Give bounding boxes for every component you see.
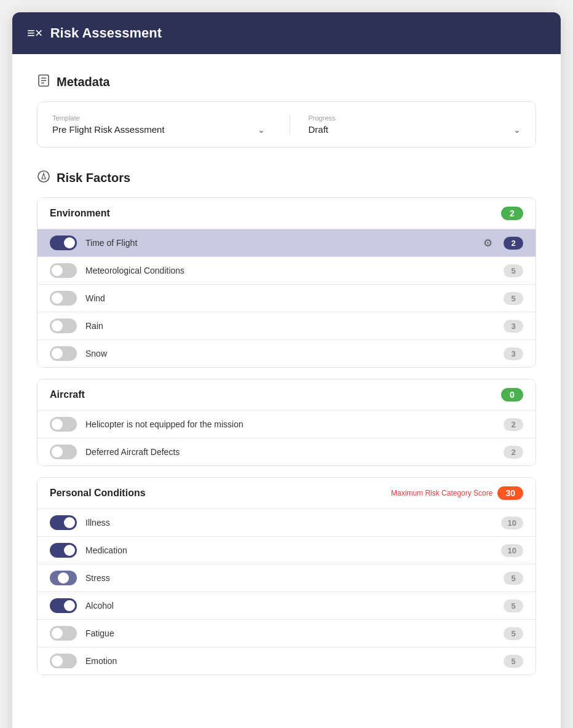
medication-label: Medication: [85, 545, 492, 555]
time-of-flight-gear-icon[interactable]: ⚙: [483, 237, 492, 250]
illness-label: Illness: [85, 518, 492, 528]
personal-conditions-card: Personal Conditions Maximum Risk Categor…: [37, 477, 536, 675]
fatigue-label: Fatigue: [85, 628, 495, 638]
time-of-flight-label: Time of Flight: [85, 238, 475, 248]
environment-card: Environment 2 Time of Flight ⚙ 2: [37, 197, 536, 368]
deferred-defects-score: 2: [504, 446, 523, 459]
environment-title: Environment: [50, 208, 110, 219]
wind-label: Wind: [85, 293, 495, 303]
medication-score: 10: [501, 544, 523, 557]
risk-factors-section-header: Risk Factors: [37, 170, 536, 186]
meteorological-label: Meteorological Conditions: [85, 266, 495, 275]
rain-toggle[interactable]: [50, 318, 77, 333]
metadata-section-title: Metadata: [57, 75, 110, 89]
max-risk-label: Maximum Risk Category Score: [391, 489, 492, 497]
alcohol-row[interactable]: Alcohol 5: [38, 592, 535, 619]
emotion-score: 5: [504, 655, 523, 668]
meteorological-row[interactable]: Meteorological Conditions 5: [38, 256, 535, 284]
wind-toggle[interactable]: [50, 291, 77, 306]
risk-factors-section-title: Risk Factors: [57, 171, 130, 185]
emotion-row[interactable]: Emotion 5: [38, 647, 535, 675]
template-value: Pre Flight Risk Assessment: [52, 124, 165, 135]
deferred-defects-row[interactable]: Deferred Aircraft Defects 2: [38, 438, 535, 465]
emotion-label: Emotion: [85, 656, 495, 666]
rain-row[interactable]: Rain 3: [38, 312, 535, 339]
meteorological-score: 5: [504, 264, 523, 277]
app-header-title: Risk Assessment: [50, 25, 162, 41]
time-of-flight-toggle[interactable]: [50, 235, 77, 250]
illness-toggle[interactable]: [50, 515, 77, 530]
alcohol-label: Alcohol: [85, 601, 495, 611]
aircraft-card: Aircraft 0 Helicopter is not equipped fo…: [37, 379, 536, 466]
metadata-fields: Template Pre Flight Risk Assessment ⌄ Pr…: [52, 114, 521, 135]
risk-factors-icon: [37, 170, 50, 186]
progress-label: Progress: [309, 114, 521, 122]
progress-field[interactable]: Progress Draft ⌄: [290, 114, 521, 135]
template-label: Template: [52, 114, 265, 122]
progress-value: Draft: [309, 124, 329, 135]
template-field[interactable]: Template Pre Flight Risk Assessment ⌄: [52, 114, 265, 135]
deferred-defects-label: Deferred Aircraft Defects: [85, 447, 495, 457]
illness-row[interactable]: Illness 10: [38, 508, 535, 536]
progress-value-row: Draft ⌄: [309, 124, 521, 135]
helicopter-toggle[interactable]: [50, 417, 77, 432]
stress-toggle[interactable]: [50, 571, 77, 585]
main-content: Metadata Template Pre Flight Risk Assess…: [12, 54, 561, 707]
stress-label: Stress: [85, 573, 495, 583]
template-chevron-icon: ⌄: [258, 125, 265, 135]
rain-score: 3: [504, 320, 523, 333]
svg-marker-5: [42, 173, 45, 179]
alcohol-toggle[interactable]: [50, 598, 77, 613]
risk-factors-section: Risk Factors Environment 2 Time of Fligh…: [37, 170, 536, 675]
rain-label: Rain: [85, 321, 495, 331]
snow-label: Snow: [85, 349, 495, 358]
fatigue-score: 5: [504, 627, 523, 640]
snow-toggle[interactable]: [50, 346, 77, 361]
alcohol-score: 5: [504, 599, 523, 612]
snow-row[interactable]: Snow 3: [38, 339, 535, 367]
wind-score: 5: [504, 292, 523, 305]
stress-score: 5: [504, 572, 523, 585]
deferred-defects-toggle[interactable]: [50, 445, 77, 459]
time-of-flight-row[interactable]: Time of Flight ⚙ 2: [38, 229, 535, 256]
helicopter-label: Helicopter is not equipped for the missi…: [85, 419, 495, 429]
app-header: ≡× Risk Assessment: [12, 12, 561, 54]
snow-score: 3: [504, 347, 523, 360]
max-risk-row: Maximum Risk Category Score 30: [391, 486, 523, 500]
medication-row[interactable]: Medication 10: [38, 536, 535, 564]
emotion-toggle[interactable]: [50, 654, 77, 668]
personal-conditions-title: Personal Conditions: [50, 488, 146, 499]
app-window: ≡× Risk Assessment Metadata Template: [12, 12, 561, 728]
helicopter-row[interactable]: Helicopter is not equipped for the missi…: [38, 410, 535, 438]
progress-chevron-icon: ⌄: [513, 125, 521, 135]
template-value-row: Pre Flight Risk Assessment ⌄: [52, 124, 265, 135]
meteorological-toggle[interactable]: [50, 263, 77, 278]
illness-score: 10: [501, 516, 523, 529]
metadata-icon: [37, 74, 50, 90]
helicopter-score: 2: [504, 418, 523, 431]
stress-row[interactable]: Stress 5: [38, 564, 535, 592]
personal-conditions-header: Personal Conditions Maximum Risk Categor…: [38, 478, 535, 508]
metadata-card: Template Pre Flight Risk Assessment ⌄ Pr…: [37, 101, 536, 148]
app-header-icon: ≡×: [27, 25, 43, 41]
aircraft-score-badge: 0: [501, 388, 523, 402]
time-of-flight-score: 2: [504, 237, 523, 250]
medication-toggle[interactable]: [50, 543, 77, 558]
personal-conditions-score-badge: 30: [497, 486, 523, 500]
wind-row[interactable]: Wind 5: [38, 284, 535, 312]
environment-header: Environment 2: [38, 198, 535, 229]
metadata-section-header: Metadata: [37, 74, 536, 90]
aircraft-title: Aircraft: [50, 389, 85, 400]
aircraft-header: Aircraft 0: [38, 379, 535, 410]
fatigue-row[interactable]: Fatigue 5: [38, 619, 535, 647]
environment-score-badge: 2: [501, 207, 523, 220]
fatigue-toggle[interactable]: [50, 626, 77, 641]
